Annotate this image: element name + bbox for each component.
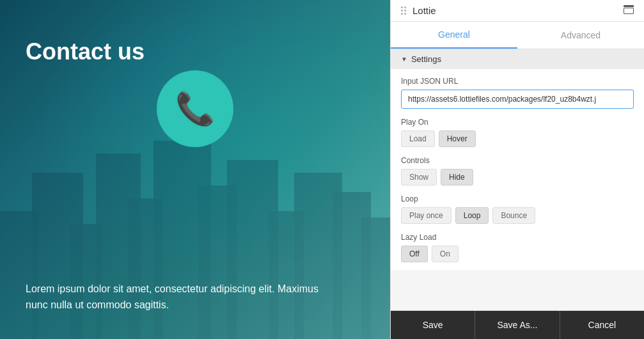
preview-panel: Contact us 📞 Lorem ipsum dolor sit amet,… — [0, 0, 390, 339]
settings-section-header[interactable]: ▼ Settings — [391, 49, 644, 69]
controls-show-button[interactable]: Show — [401, 169, 437, 185]
loop-label: Loop — [401, 194, 634, 203]
preview-lorem-text: Lorem ipsum dolor sit amet, consectetur … — [26, 281, 333, 313]
play-on-button-group: Load Hover — [401, 130, 634, 147]
settings-section-body: Input JSON URL Play On Load Hover Contro… — [391, 69, 644, 270]
phone-animation-circle: 📞 — [157, 70, 233, 147]
cancel-button[interactable]: Cancel — [560, 311, 644, 339]
lazy-load-field: Lazy Load Off On — [401, 233, 634, 262]
settings-content: ▼ Settings Input JSON URL Play On Load H… — [391, 49, 644, 310]
drag-handle-icon[interactable] — [401, 6, 406, 15]
lazy-load-off-button[interactable]: Off — [401, 246, 428, 262]
loop-loop-button[interactable]: Loop — [455, 207, 489, 224]
lazy-load-label: Lazy Load — [401, 233, 634, 242]
preview-title: Contact us — [26, 38, 145, 65]
play-on-label: Play On — [401, 118, 634, 127]
panel-title: Lottie — [412, 5, 436, 16]
loop-field: Loop Play once Loop Bounce — [401, 194, 634, 224]
chevron-down-icon: ▼ — [401, 56, 407, 63]
settings-panel: Lottie General Advanced ▼ Settings Input… — [390, 0, 644, 339]
loop-button-group: Play once Loop Bounce — [401, 207, 634, 224]
tab-general[interactable]: General — [391, 22, 517, 49]
controls-button-group: Show Hide — [401, 169, 634, 185]
panel-footer: Save Save As... Cancel — [391, 310, 644, 339]
panel-header: Lottie — [391, 0, 644, 22]
play-on-field: Play On Load Hover — [401, 118, 634, 147]
save-button[interactable]: Save — [391, 311, 475, 339]
panel-header-left: Lottie — [401, 5, 436, 16]
json-url-input[interactable] — [401, 90, 634, 109]
play-on-load-button[interactable]: Load — [401, 130, 435, 147]
minimize-button[interactable] — [624, 8, 634, 14]
lazy-load-button-group: Off On — [401, 246, 634, 262]
controls-field: Controls Show Hide — [401, 156, 634, 185]
save-as-button[interactable]: Save As... — [475, 311, 560, 339]
loop-bounce-button[interactable]: Bounce — [492, 207, 535, 224]
json-url-field: Input JSON URL — [401, 77, 634, 109]
json-url-label: Input JSON URL — [401, 77, 634, 86]
tab-advanced[interactable]: Advanced — [517, 22, 644, 49]
settings-section-label: Settings — [411, 54, 441, 64]
panel-tabs: General Advanced — [391, 22, 644, 49]
lazy-load-on-button[interactable]: On — [432, 246, 459, 262]
controls-hide-button[interactable]: Hide — [441, 169, 473, 185]
play-on-hover-button[interactable]: Hover — [439, 130, 476, 147]
loop-play-once-button[interactable]: Play once — [401, 207, 452, 224]
controls-label: Controls — [401, 156, 634, 165]
phone-icon: 📞 — [175, 90, 215, 127]
